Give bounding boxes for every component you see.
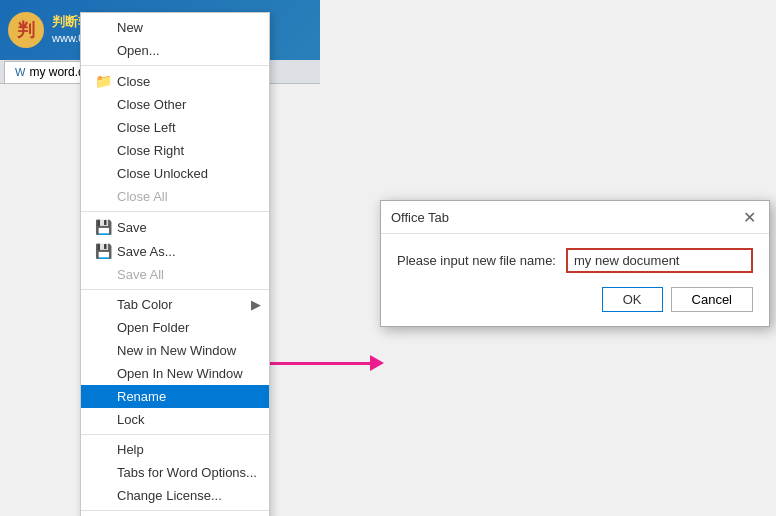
dialog-title: Office Tab	[391, 210, 449, 225]
menu-item-save-as[interactable]: 💾 Save As...	[81, 239, 269, 263]
menu-item-close-unlocked[interactable]: Close Unlocked	[81, 162, 269, 185]
dialog-close-button[interactable]: ✕	[739, 207, 759, 227]
menu-item-help[interactable]: Help	[81, 438, 269, 461]
menu-item-open-folder[interactable]: Open Folder	[81, 316, 269, 339]
menu-item-close-all[interactable]: Close All	[81, 185, 269, 208]
menu-item-save[interactable]: 💾 Save	[81, 215, 269, 239]
menu-item-change-license[interactable]: Change License...	[81, 484, 269, 507]
rename-dialog: Office Tab ✕ Please input new file name:…	[380, 200, 770, 327]
submenu-arrow: ▶	[251, 297, 261, 312]
arrow-head	[370, 355, 384, 371]
dialog-buttons: OK Cancel	[397, 287, 753, 316]
ok-button[interactable]: OK	[602, 287, 663, 312]
arrow-line	[270, 362, 370, 365]
close-folder-icon: 📁	[95, 73, 111, 89]
menu-item-close-right[interactable]: Close Right	[81, 139, 269, 162]
separator-1	[81, 65, 269, 66]
dialog-input-label: Please input new file name:	[397, 253, 556, 268]
save-as-icon: 💾	[95, 243, 111, 259]
separator-4	[81, 434, 269, 435]
menu-item-open[interactable]: Open...	[81, 39, 269, 62]
word-icon: W	[15, 66, 25, 78]
separator-2	[81, 211, 269, 212]
separator-3	[81, 289, 269, 290]
context-menu: New Open... 📁 Close Close Other Close Le…	[80, 12, 270, 516]
dialog-input-row: Please input new file name:	[397, 248, 753, 273]
watermark-logo: 判	[8, 12, 44, 48]
menu-item-lock[interactable]: Lock	[81, 408, 269, 431]
menu-item-close[interactable]: 📁 Close	[81, 69, 269, 93]
cancel-button[interactable]: Cancel	[671, 287, 753, 312]
dialog-title-bar: Office Tab ✕	[381, 201, 769, 234]
separator-5	[81, 510, 269, 511]
menu-item-save-all[interactable]: Save All	[81, 263, 269, 286]
arrow-indicator	[270, 355, 384, 371]
menu-item-new-in-new-window[interactable]: New in New Window	[81, 339, 269, 362]
menu-item-tabs-for-word-options[interactable]: Tabs for Word Options...	[81, 461, 269, 484]
menu-item-close-left[interactable]: Close Left	[81, 116, 269, 139]
save-icon: 💾	[95, 219, 111, 235]
menu-item-rename[interactable]: Rename	[81, 385, 269, 408]
menu-item-new[interactable]: New	[81, 16, 269, 39]
new-filename-input[interactable]	[566, 248, 753, 273]
menu-item-open-in-new-window[interactable]: Open In New Window	[81, 362, 269, 385]
menu-item-tab-color[interactable]: Tab Color ▶	[81, 293, 269, 316]
menu-item-close-other[interactable]: Close Other	[81, 93, 269, 116]
dialog-body: Please input new file name: OK Cancel	[381, 234, 769, 326]
